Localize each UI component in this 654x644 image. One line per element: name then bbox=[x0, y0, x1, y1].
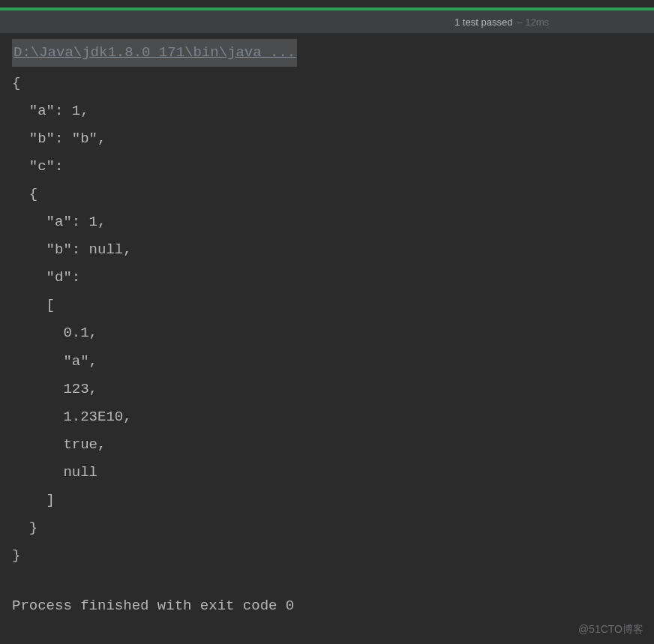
console-code-block: { "a": 1, "b": "b", "c": { "a": 1, "b": … bbox=[12, 70, 654, 570]
code-line: "a": 1, bbox=[12, 208, 654, 236]
code-line: "b": "b", bbox=[12, 125, 654, 153]
java-command-path[interactable]: D:\Java\jdk1.8.0_171\bin\java ... bbox=[12, 39, 297, 67]
code-line: { bbox=[12, 181, 654, 208]
code-line: null bbox=[12, 459, 654, 487]
code-line: true, bbox=[12, 431, 654, 459]
code-line: { bbox=[12, 70, 654, 97]
code-line: [ bbox=[12, 292, 654, 319]
code-line: "c": bbox=[12, 153, 654, 181]
code-line: "d": bbox=[12, 264, 654, 292]
code-line: 1.23E10, bbox=[12, 403, 654, 431]
code-line: "a", bbox=[12, 348, 654, 376]
process-exit-message: Process finished with exit code 0 bbox=[12, 592, 654, 620]
console-output[interactable]: D:\Java\jdk1.8.0_171\bin\java ... { "a":… bbox=[0, 33, 654, 620]
code-line: 0.1, bbox=[12, 319, 654, 347]
code-line: } bbox=[12, 542, 654, 570]
code-line: } bbox=[12, 514, 654, 542]
code-line: 123, bbox=[12, 376, 654, 403]
code-line: ] bbox=[12, 487, 654, 514]
code-line: "a": 1, bbox=[12, 97, 654, 125]
test-time-label: – 12ms bbox=[517, 16, 549, 28]
watermark-text: @51CTO博客 bbox=[578, 623, 644, 637]
code-line: "b": null, bbox=[12, 236, 654, 264]
test-passed-label: 1 test passed bbox=[454, 16, 512, 28]
test-status-row: 1 test passed – 12ms bbox=[0, 10, 654, 33]
